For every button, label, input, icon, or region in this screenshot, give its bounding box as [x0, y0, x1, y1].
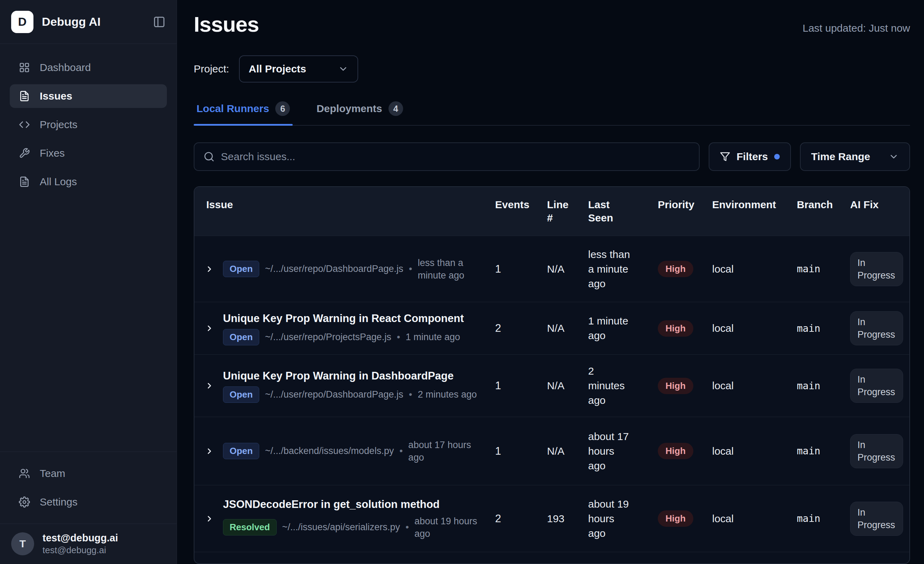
issue-meta: Resolved~/.../issues/api/serializers.py•… — [223, 515, 484, 540]
sidebar-collapse-button[interactable] — [153, 16, 165, 28]
branch-cell: main — [791, 314, 844, 343]
sidebar-footer-nav: TeamSettings — [0, 452, 177, 524]
sidebar-item-issues[interactable]: Issues — [10, 84, 167, 108]
issue-summary: JSONDecodeError in get_solution methodRe… — [223, 498, 484, 540]
issue-relative-time: 1 minute ago — [405, 331, 484, 343]
last-seen-value: about 17 hours ago — [588, 429, 633, 473]
line-number-cell: N/A — [542, 254, 582, 284]
ai-fix-status-pill: In Progress — [850, 502, 903, 536]
ai-fix-cell: In Progress — [844, 302, 909, 355]
status-badge: Open — [223, 261, 259, 277]
priority-cell: High — [652, 311, 706, 346]
chevron-right-icon[interactable] — [205, 265, 214, 274]
environment-cell: local — [706, 254, 791, 284]
last-seen-cell: 1 minute ago — [582, 305, 652, 352]
search-input[interactable] — [221, 151, 690, 163]
dot-separator: • — [397, 332, 400, 343]
chevron-down-icon — [888, 151, 899, 162]
issues-table: IssueEventsLine #Last SeenPriorityEnviro… — [194, 186, 910, 564]
table-header-row: IssueEventsLine #Last SeenPriorityEnviro… — [194, 187, 909, 236]
project-select-value: All Projects — [249, 63, 306, 75]
ai-fix-cell: In Progress — [844, 360, 909, 412]
chevron-right-icon[interactable] — [205, 514, 214, 523]
ai-fix-cell: In Progress — [844, 493, 909, 545]
sidebar-item-dashboard[interactable]: Dashboard — [10, 56, 167, 79]
priority-badge: High — [658, 443, 693, 459]
events-cell: 2 — [489, 313, 542, 344]
environment-cell: local — [706, 436, 791, 466]
sidebar-item-all-logs[interactable]: All Logs — [10, 170, 167, 194]
issue-cell: JSONDecodeError in get_solution methodRe… — [194, 488, 489, 549]
last-seen-cell: less than a minute ago — [582, 238, 652, 300]
avatar: T — [11, 532, 34, 555]
chevron-right-icon[interactable] — [205, 381, 214, 390]
priority-cell: High — [652, 369, 706, 403]
tab-deployments[interactable]: Deployments4 — [314, 99, 405, 125]
last-seen-cell: about 19 hours ago — [582, 488, 652, 550]
issue-file-path: ~/.../issues/api/serializers.py — [282, 522, 400, 533]
column-header-environment: Environment — [706, 187, 791, 236]
events-cell: 2 — [489, 503, 542, 534]
table-body: Open~/.../user/repo/DashboardPage.js•les… — [194, 236, 909, 564]
file-text-icon — [19, 176, 30, 187]
column-header-issue: Issue — [194, 187, 489, 236]
environment-cell: local — [706, 371, 791, 401]
ai-fix-status-pill: In Progress — [850, 311, 903, 346]
sidebar-item-projects[interactable]: Projects — [10, 113, 167, 136]
dashboard-icon — [19, 62, 30, 73]
issue-row[interactable]: Unique Key Prop Warning in DashboardPage… — [194, 355, 909, 417]
dot-separator: • — [409, 389, 412, 400]
sidebar-item-settings[interactable]: Settings — [10, 490, 167, 514]
issue-relative-time: about 17 hours ago — [408, 439, 484, 464]
user-email: test@debugg.ai — [42, 545, 118, 557]
branch-value: main — [797, 323, 820, 334]
tab-local-runners[interactable]: Local Runners6 — [194, 99, 292, 125]
filters-label: Filters — [736, 151, 768, 163]
filters-active-dot — [774, 154, 780, 159]
dot-separator: • — [405, 522, 409, 533]
last-seen-value: about 19 hours ago — [588, 497, 633, 541]
time-range-button[interactable]: Time Range — [800, 142, 910, 171]
issue-row[interactable]: Open~/.../user/repo/DashboardPage.js•les… — [194, 236, 909, 302]
ai-fix-status-pill: In Progress — [850, 434, 903, 468]
sidebar-item-team[interactable]: Team — [10, 462, 167, 485]
events-cell: 1 — [489, 254, 542, 284]
app-root: D Debugg AI DashboardIssuesProjectsFixes… — [0, 0, 924, 564]
user-account[interactable]: T test@debugg.ai test@debugg.ai — [0, 524, 177, 564]
issue-row[interactable]: JSONDecodeError in get_solution methodRe… — [194, 485, 909, 552]
branch-value: main — [797, 513, 820, 524]
tabs: Local Runners6Deployments4 — [194, 99, 910, 126]
user-info: test@debugg.ai test@debugg.ai — [42, 532, 118, 557]
users-icon — [19, 468, 30, 479]
tab-count-badge: 6 — [275, 101, 290, 116]
brand-name: Debugg AI — [42, 15, 145, 28]
issue-file-path: ~/.../user/repo/ProjectsPage.js — [265, 332, 391, 343]
sidebar-item-fixes[interactable]: Fixes — [10, 141, 167, 165]
status-badge: Resolved — [223, 519, 277, 536]
last-updated-text: Last updated: Just now — [802, 22, 910, 34]
issue-summary: Open~/.../user/repo/DashboardPage.js•les… — [223, 257, 484, 282]
chevron-right-icon[interactable] — [205, 324, 214, 333]
issue-summary: Unique Key Prop Warning in React Compone… — [223, 311, 484, 346]
page-title: Issues — [194, 12, 259, 37]
project-select[interactable]: All Projects — [239, 55, 358, 82]
main-content: Issues Last updated: Just now Project: A… — [177, 0, 924, 564]
issue-meta: Open~/.../backend/issues/models.py•about… — [223, 439, 484, 464]
chevron-right-icon[interactable] — [205, 447, 214, 456]
priority-badge: High — [658, 261, 693, 277]
sidebar-item-label: All Logs — [40, 176, 77, 188]
branch-value: main — [797, 263, 820, 275]
issue-row[interactable]: Unique Key Prop Warning in React Compone… — [194, 302, 909, 355]
settings-icon — [19, 497, 30, 507]
status-badge: Open — [223, 329, 259, 346]
code-icon — [19, 119, 30, 130]
priority-cell: High — [652, 501, 706, 536]
issue-row[interactable]: Open~/.../backend/issues/models.py•about… — [194, 417, 909, 485]
sidebar-item-label: Projects — [40, 119, 77, 130]
issue-row[interactable]: ZeroDivisionError in test_get_solution m… — [194, 552, 909, 564]
issue-relative-time: about 19 hours ago — [414, 515, 484, 540]
branch-cell: main — [791, 436, 844, 466]
project-label: Project: — [194, 63, 229, 75]
chevron-down-icon — [338, 64, 348, 74]
filters-button[interactable]: Filters — [709, 142, 791, 171]
